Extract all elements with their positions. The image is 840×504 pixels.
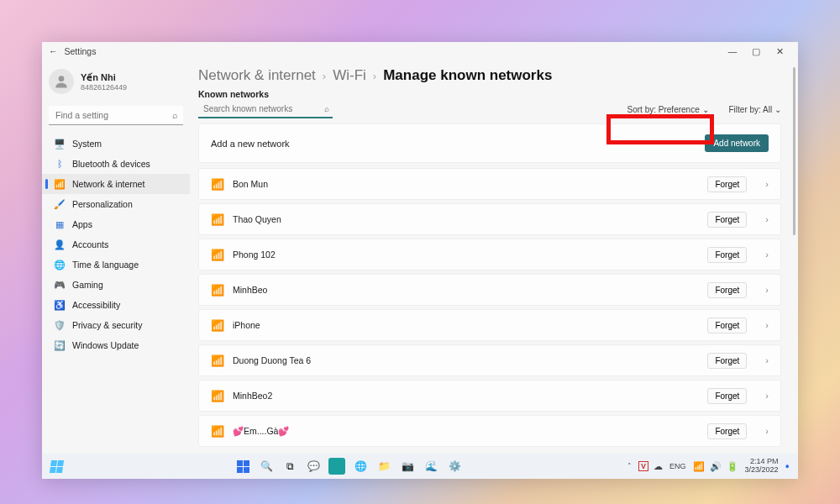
sidebar-item-network-internet[interactable]: 📶Network & internet bbox=[42, 174, 190, 194]
nav-list: 🖥️SystemᛒBluetooth & devices📶Network & i… bbox=[42, 134, 190, 355]
sidebar-item-personalization[interactable]: 🖌️Personalization bbox=[42, 194, 190, 214]
widgets-button[interactable] bbox=[50, 460, 63, 473]
nav-icon: ♿ bbox=[54, 299, 66, 311]
back-icon[interactable]: ← bbox=[49, 46, 58, 56]
sidebar-item-accounts[interactable]: 👤Accounts bbox=[42, 234, 190, 255]
breadcrumb-a[interactable]: Network & internet bbox=[198, 67, 316, 84]
nav-label: Windows Update bbox=[72, 340, 139, 350]
start-button[interactable] bbox=[234, 458, 251, 475]
nav-icon: 🖥️ bbox=[54, 138, 66, 150]
settings-window: ← Settings — ▢ ✕ Yến Nhi 84826126449 ⌕ bbox=[42, 42, 798, 479]
forget-button[interactable]: Forget bbox=[707, 176, 747, 192]
wifi-icon: 📶 bbox=[211, 178, 223, 191]
nav-label: Gaming bbox=[72, 280, 103, 290]
nav-icon: 📶 bbox=[54, 178, 66, 190]
network-name: MinhBeo bbox=[233, 285, 267, 295]
breadcrumb-current: Manage known networks bbox=[383, 67, 552, 84]
sidebar-item-privacy-security[interactable]: 🛡️Privacy & security bbox=[42, 315, 190, 335]
breadcrumb-b[interactable]: Wi-Fi bbox=[333, 67, 366, 84]
nav-label: Apps bbox=[72, 219, 92, 229]
forget-button[interactable]: Forget bbox=[707, 212, 747, 228]
close-button[interactable]: ✕ bbox=[768, 43, 791, 60]
wifi-icon: 📶 bbox=[211, 284, 223, 297]
chevron-down-icon: ⌄ bbox=[774, 105, 781, 114]
sidebar-item-bluetooth-devices[interactable]: ᛒBluetooth & devices bbox=[42, 154, 190, 174]
sort-by-dropdown[interactable]: Sort by: Preference ⌄ bbox=[627, 105, 709, 114]
network-name: Phong 102 bbox=[233, 249, 276, 260]
network-row[interactable]: 📶 MinhBeo2 Forget bbox=[198, 380, 781, 412]
sidebar-item-apps[interactable]: ▦Apps bbox=[42, 214, 190, 234]
explorer-icon[interactable]: 📁 bbox=[375, 458, 392, 475]
chevron-right-icon[interactable] bbox=[765, 249, 769, 260]
edge-icon[interactable]: 🌊 bbox=[423, 458, 439, 475]
clock[interactable]: 2:14 PM 3/23/2022 bbox=[745, 458, 779, 475]
nav-label: System bbox=[72, 139, 102, 149]
network-row[interactable]: 📶 iPhone Forget bbox=[198, 309, 781, 341]
scrollbar-thumb[interactable] bbox=[793, 67, 795, 235]
notifications-button[interactable]: ● bbox=[785, 462, 790, 470]
taskview-button[interactable]: ⧉ bbox=[281, 458, 298, 475]
forget-button[interactable]: Forget bbox=[707, 388, 747, 404]
search-button[interactable]: 🔍 bbox=[258, 458, 275, 475]
chevron-up-icon[interactable]: ˄ bbox=[627, 462, 632, 470]
network-row[interactable]: 📶 Thao Quyen Forget bbox=[198, 203, 781, 235]
sidebar-item-gaming[interactable]: 🎮Gaming bbox=[42, 275, 190, 295]
sidebar-item-accessibility[interactable]: ♿Accessibility bbox=[42, 295, 190, 315]
minimize-button[interactable]: — bbox=[721, 43, 744, 60]
sidebar-item-time-language[interactable]: 🌐Time & language bbox=[42, 255, 190, 275]
network-row[interactable]: 📶 💕Em....Gà💕 Forget bbox=[198, 415, 781, 447]
breadcrumb: Network & internet › Wi-Fi › Manage know… bbox=[198, 67, 781, 84]
app-icon[interactable] bbox=[328, 458, 345, 475]
sidebar-item-system[interactable]: 🖥️System bbox=[42, 134, 190, 154]
network-name: iPhone bbox=[233, 320, 260, 330]
svg-point-0 bbox=[59, 76, 65, 81]
main-panel: Network & internet › Wi-Fi › Manage know… bbox=[193, 60, 798, 479]
sidebar-item-windows-update[interactable]: 🔄Windows Update bbox=[42, 335, 190, 355]
search-icon: ⌕ bbox=[324, 104, 329, 113]
unikey-tray-icon[interactable]: V bbox=[638, 461, 648, 471]
onedrive-tray-icon[interactable]: ☁ bbox=[654, 461, 663, 472]
nav-icon: 🌐 bbox=[54, 259, 66, 270]
teams-icon[interactable]: 💬 bbox=[305, 458, 322, 475]
forget-button[interactable]: Forget bbox=[707, 247, 747, 263]
chevron-right-icon[interactable] bbox=[765, 214, 769, 224]
network-name: MinhBeo2 bbox=[233, 391, 272, 401]
forget-button[interactable]: Forget bbox=[707, 423, 747, 439]
nav-icon: 🎮 bbox=[54, 279, 66, 291]
chevron-right-icon[interactable] bbox=[765, 391, 769, 401]
chrome-icon[interactable]: 🌐 bbox=[352, 458, 369, 475]
network-row[interactable]: 📶 Bon Mun Forget bbox=[198, 168, 781, 200]
find-setting-search[interactable]: ⌕ bbox=[49, 106, 183, 125]
nav-icon: ▦ bbox=[54, 218, 66, 230]
chevron-right-icon[interactable] bbox=[765, 320, 769, 330]
instagram-icon[interactable]: 📷 bbox=[399, 458, 416, 475]
chevron-right-icon[interactable] bbox=[765, 285, 769, 295]
network-row[interactable]: 📶 Duong Duong Tea 6 Forget bbox=[198, 344, 781, 376]
filter-by-dropdown[interactable]: Filter by: All ⌄ bbox=[729, 105, 781, 114]
network-name: Bon Mun bbox=[233, 179, 268, 189]
settings-icon[interactable]: ⚙️ bbox=[446, 458, 463, 475]
maximize-button[interactable]: ▢ bbox=[744, 43, 768, 60]
chevron-right-icon[interactable] bbox=[765, 179, 769, 189]
volume-tray-icon[interactable]: 🔊 bbox=[710, 461, 722, 472]
known-networks-heading: Known networks bbox=[198, 89, 781, 99]
forget-button[interactable]: Forget bbox=[707, 282, 747, 298]
find-setting-input[interactable] bbox=[49, 106, 183, 125]
network-row[interactable]: 📶 Phong 102 Forget bbox=[198, 239, 781, 270]
forget-button[interactable]: Forget bbox=[707, 318, 747, 333]
wifi-icon: 📶 bbox=[211, 390, 223, 402]
nav-label: Accessibility bbox=[72, 300, 120, 310]
chevron-right-icon[interactable] bbox=[765, 355, 769, 365]
network-name: Thao Quyen bbox=[233, 214, 281, 224]
forget-button[interactable]: Forget bbox=[707, 353, 747, 369]
chevron-right-icon[interactable] bbox=[765, 426, 769, 436]
battery-tray-icon[interactable]: 🔋 bbox=[727, 461, 738, 472]
profile-name: Yến Nhi bbox=[81, 72, 127, 83]
known-networks-search[interactable] bbox=[198, 101, 333, 118]
known-networks-controls: ⌕ Sort by: Preference ⌄ Filter by: All ⌄ bbox=[198, 101, 781, 118]
profile[interactable]: Yến Nhi 84826126449 bbox=[42, 66, 190, 102]
add-network-button[interactable]: Add network bbox=[705, 134, 769, 152]
language-indicator[interactable]: ENG bbox=[669, 462, 686, 470]
wifi-tray-icon[interactable]: 📶 bbox=[693, 461, 705, 472]
network-row[interactable]: 📶 MinhBeo Forget bbox=[198, 274, 781, 306]
